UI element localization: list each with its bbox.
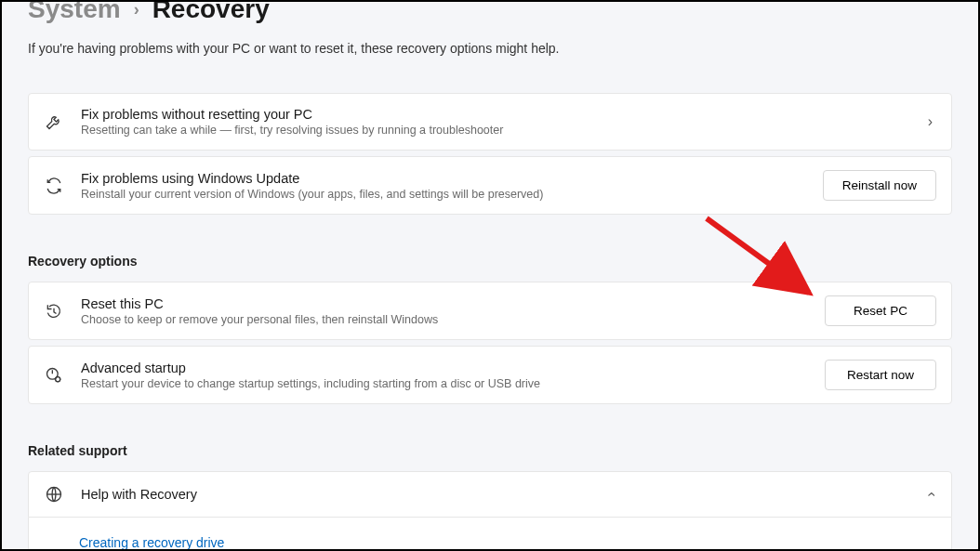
globe-icon [44,485,64,504]
help-link-row: Creating a recovery drive [28,518,952,551]
reinstall-now-button[interactable]: Reinstall now [823,170,936,201]
section-recovery-options: Recovery options [28,254,952,269]
card-desc: Choose to keep or remove your personal f… [81,313,808,326]
section-related-support: Related support [28,443,952,458]
reset-icon [44,302,64,321]
breadcrumb-current: Recovery [152,0,270,24]
breadcrumb: System › Recovery [28,0,952,24]
reset-pc-button[interactable]: Reset PC [825,295,936,326]
card-desc: Restart your device to change startup se… [81,377,808,390]
creating-recovery-drive-link[interactable]: Creating a recovery drive [79,535,224,550]
breadcrumb-parent[interactable]: System [28,0,121,24]
card-reset-pc: Reset this PC Choose to keep or remove y… [28,282,952,340]
card-fix-problems[interactable]: Fix problems without resetting your PC R… [28,93,952,151]
card-title: Fix problems without resetting your PC [81,107,907,122]
card-title: Help with Recovery [81,487,907,502]
chevron-right-icon: › [924,113,936,130]
power-gear-icon [44,366,64,385]
card-title: Advanced startup [81,361,808,375]
card-desc: Reinstall your current version of Window… [81,188,806,201]
restart-now-button[interactable]: Restart now [825,360,936,390]
page-subtitle: If you're having problems with your PC o… [28,41,952,56]
sync-icon [44,177,64,194]
card-help-recovery[interactable]: Help with Recovery › [28,471,952,518]
card-desc: Resetting can take a while — first, try … [81,124,907,137]
chevron-up-icon: › [921,488,938,500]
chevron-right-icon: › [134,0,139,20]
card-advanced-startup: Advanced startup Restart your device to … [28,346,952,404]
card-title: Fix problems using Windows Update [81,171,806,186]
card-title: Reset this PC [81,296,808,311]
wrench-icon [44,112,64,131]
card-windows-update: Fix problems using Windows Update Reinst… [28,156,952,215]
